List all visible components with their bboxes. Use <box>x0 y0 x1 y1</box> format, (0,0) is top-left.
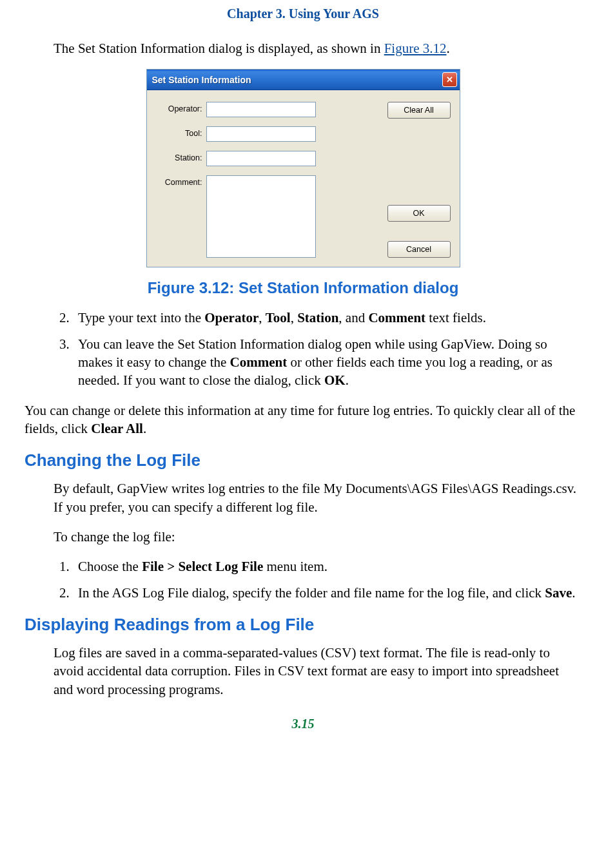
stepb2-bold: Save <box>545 585 572 601</box>
operator-label: Operator: <box>156 102 206 113</box>
step2-comment: Comment <box>368 310 425 325</box>
figure-caption: Figure 3.12: Set Station Information dia… <box>24 279 582 297</box>
stepb-1: Choose the File > Select Log File menu i… <box>73 557 582 575</box>
cancel-button[interactable]: Cancel <box>387 241 451 258</box>
intro-text-pre: The Set Station Information dialog is di… <box>54 41 384 56</box>
station-input[interactable] <box>206 151 316 166</box>
sec1-p2: To change the log file: <box>54 528 582 546</box>
station-label: Station: <box>156 151 206 162</box>
stepb2-post: . <box>572 585 575 601</box>
figure-link[interactable]: Figure 3.12 <box>384 41 447 56</box>
step2-text: Type your text into the <box>78 310 204 325</box>
step2-post: text fields. <box>425 310 486 325</box>
comment-label: Comment: <box>156 175 206 187</box>
stepb1-pre: Choose the <box>78 559 142 574</box>
close-button[interactable]: ✕ <box>442 72 457 87</box>
step3-ok: OK <box>324 372 346 388</box>
dialog-title: Set Station Information <box>152 75 251 85</box>
steps-list-a: Type your text into the Operator, Tool, … <box>54 309 582 389</box>
step3-comment: Comment <box>230 354 288 370</box>
sec2-p1: Log files are saved in a comma-separated… <box>54 644 582 699</box>
step2-sep1: , <box>259 310 266 325</box>
step-2: Type your text into the Operator, Tool, … <box>73 309 582 327</box>
stepb2-pre: In the AGS Log File dialog, specify the … <box>78 585 545 601</box>
clear-post: . <box>143 421 146 436</box>
operator-input[interactable] <box>206 102 316 117</box>
stepb-2: In the AGS Log File dialog, specify the … <box>73 584 582 602</box>
stepb1-post: menu item. <box>263 559 327 574</box>
chapter-header: Chapter 3. Using Your AGS <box>24 6 582 21</box>
clear-bold: Clear All <box>91 421 143 436</box>
ok-button[interactable]: OK <box>387 205 451 222</box>
dialog-titlebar: Set Station Information ✕ <box>147 70 460 90</box>
set-station-dialog: Set Station Information ✕ Operator: Tool… <box>146 69 460 267</box>
sec1-p1: By default, GapView writes log entries t… <box>54 479 582 516</box>
step2-sep2: , <box>291 310 298 325</box>
clear-all-paragraph: You can change or delete this informatio… <box>24 401 582 438</box>
comment-textarea[interactable] <box>206 175 316 258</box>
clear-all-button[interactable]: Clear All <box>387 102 451 119</box>
stepb1-bold: File > Select Log File <box>142 559 263 574</box>
section-displaying-readings: Displaying Readings from a Log File <box>24 615 582 635</box>
step2-operator: Operator <box>204 310 259 325</box>
intro-text-post: . <box>447 41 450 56</box>
step2-sep3: , and <box>338 310 368 325</box>
intro-paragraph: The Set Station Information dialog is di… <box>54 39 582 57</box>
steps-list-b: Choose the File > Select Log File menu i… <box>54 557 582 602</box>
tool-label: Tool: <box>156 126 206 138</box>
step2-station: Station <box>297 310 338 325</box>
section-changing-log: Changing the Log File <box>24 450 582 470</box>
close-icon: ✕ <box>446 75 453 84</box>
page-number: 3.15 <box>24 717 582 731</box>
step-3: You can leave the Set Station Informatio… <box>73 335 582 390</box>
step3-post: . <box>346 372 349 388</box>
tool-input[interactable] <box>206 126 316 142</box>
step2-tool: Tool <box>266 310 291 325</box>
